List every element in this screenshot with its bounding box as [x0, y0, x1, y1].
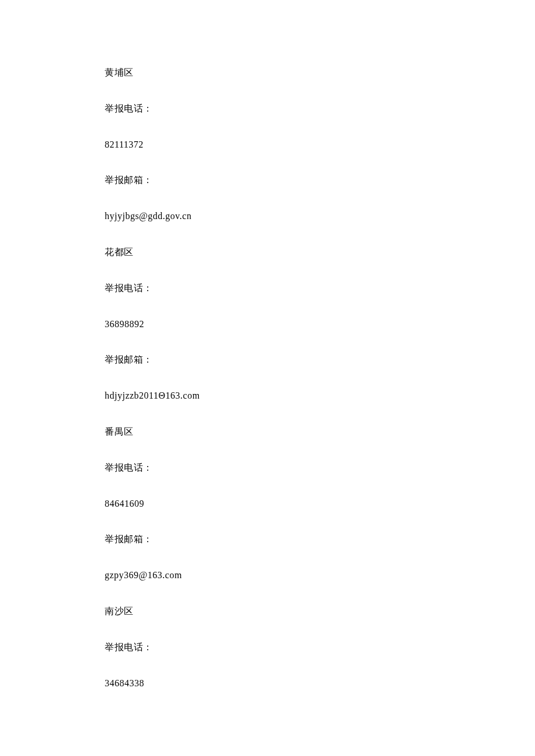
- text-line: 84641609: [105, 498, 535, 510]
- text-line: 举报电话：: [105, 282, 535, 295]
- text-line: 花都区: [105, 246, 535, 259]
- text-line: gzpy369@163.com: [105, 569, 535, 582]
- text-line: 82111372: [105, 139, 535, 151]
- text-line: hdjyjzzb2011Θ163.com: [105, 390, 535, 402]
- text-line: 举报电话：: [105, 103, 535, 115]
- text-line: 举报电话：: [105, 642, 535, 654]
- text-line: 南沙区: [105, 605, 535, 618]
- text-line: 黄埔区: [105, 67, 535, 79]
- text-line: 举报邮箱：: [105, 174, 535, 187]
- document-content: 黄埔区 举报电话： 82111372 举报邮箱： hyjyjbgs@gdd.go…: [105, 67, 535, 713]
- text-line: 举报邮箱：: [105, 354, 535, 366]
- text-line: 36898892: [105, 318, 535, 331]
- text-line: 举报电话：: [105, 462, 535, 474]
- text-line: hyjyjbgs@gdd.gov.cn: [105, 210, 535, 223]
- text-line: 34684338: [105, 678, 535, 690]
- text-line: 番禺区: [105, 426, 535, 438]
- text-line: 举报邮箱：: [105, 533, 535, 546]
